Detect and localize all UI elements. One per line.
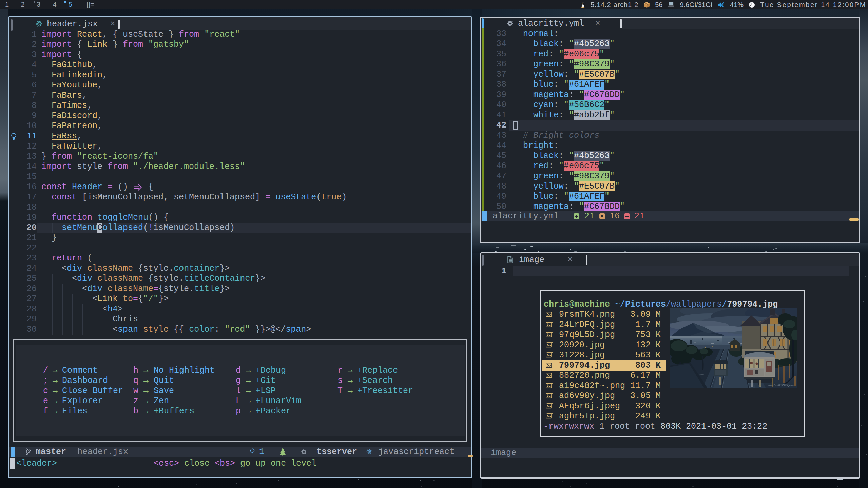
svg-text:www.DesktopBackground.org: www.DesktopBackground.org <box>768 384 797 387</box>
